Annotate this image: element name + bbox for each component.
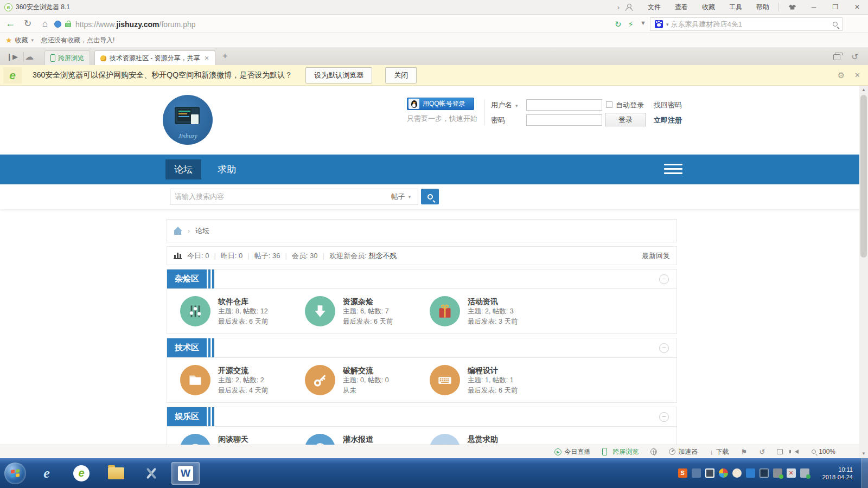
forum-title[interactable]: 闲谈聊天 <box>218 434 248 444</box>
login-button[interactable]: 登录 <box>605 113 646 126</box>
forum-cell[interactable]: 灌水报道 <box>305 434 430 445</box>
gear-icon[interactable]: ⚙ <box>838 70 845 80</box>
usb-eject-tray-icon[interactable] <box>800 468 809 478</box>
password-field[interactable] <box>526 114 602 126</box>
forum-search-button[interactable] <box>421 189 439 204</box>
taskbar-word-button[interactable]: W <box>171 462 200 485</box>
sogou-tray-icon[interactable]: S <box>678 468 687 478</box>
tab-forum-active[interactable]: 技术资源社区 - 资源分享，共享 ✕ <box>94 50 215 65</box>
forum-title[interactable]: 悬赏求助 <box>468 434 498 444</box>
forum-title[interactable]: 开源交流 <box>218 365 268 375</box>
forum-title[interactable]: 软件仓库 <box>218 297 268 306</box>
section-badge[interactable]: 杂烩区 <box>167 269 207 288</box>
forum-cell[interactable]: 悬赏求助 <box>430 434 554 445</box>
network-tray-icon[interactable] <box>760 468 769 478</box>
forum-title[interactable]: 资源杂烩 <box>343 297 393 306</box>
taskbar-explorer-button[interactable] <box>102 462 130 485</box>
accelerator-button[interactable]: 加速器 <box>669 447 698 457</box>
restore-button[interactable]: ❐ <box>825 0 846 14</box>
register-link[interactable]: 立即注册 <box>654 115 682 125</box>
search-engine-dropdown-icon[interactable]: ▾ <box>666 22 669 27</box>
hamburger-menu-icon[interactable] <box>664 164 682 175</box>
lightning-icon[interactable]: ⚡ <box>628 20 634 29</box>
forum-title[interactable]: 破解交流 <box>343 365 389 375</box>
forum-title[interactable]: 活动资讯 <box>468 297 518 306</box>
forum-cell[interactable]: 开源交流 主题: 2, 帖数: 2 最后发表: 4 天前 <box>180 365 305 395</box>
skin-button[interactable] <box>781 0 803 14</box>
search-suggestion-text[interactable]: 京东家具建材跨店4免1 <box>671 20 833 29</box>
taskbar-ie-button[interactable]: e <box>33 462 61 485</box>
assistant-tray-icon[interactable] <box>732 468 742 478</box>
user-account-icon[interactable] <box>625 4 632 11</box>
set-default-browser-button[interactable]: 设为默认浏览器 <box>305 67 372 84</box>
favorites-label[interactable]: 收藏 <box>15 36 28 45</box>
address-bar[interactable]: https://www.jishuzy.com/forum.php ↻ ⚡ <box>54 17 638 31</box>
muted-speaker-tray-icon[interactable]: ✕ <box>787 468 796 478</box>
qr-tool-tray-icon[interactable] <box>705 468 714 478</box>
site-logo[interactable]: Jishuzy <box>163 95 213 145</box>
browser-search-box[interactable]: ▾ 京东家具建材跨店4免1 <box>650 17 843 31</box>
flag-report-button[interactable]: ⚑ <box>741 448 748 456</box>
menu-file[interactable]: 文件 <box>641 0 668 14</box>
taskbar-tools-button[interactable] <box>137 462 165 485</box>
notification-close-button[interactable]: 关闭 <box>385 67 417 84</box>
reopen-closed-tab-icon[interactable]: ↺ <box>851 52 858 62</box>
photo-app-tray-icon[interactable] <box>719 468 728 478</box>
nav-help[interactable]: 求助 <box>213 159 240 179</box>
thunder-tray-icon[interactable] <box>746 468 755 478</box>
show-desktop-button[interactable] <box>861 458 868 488</box>
forum-cell[interactable]: 编程设计 主题: 1, 帖数: 1 最后发表: 6 天前 <box>430 365 554 395</box>
newest-member-link[interactable]: 想念不残 <box>369 251 397 261</box>
download-button[interactable]: ↓ 下载 <box>710 447 729 457</box>
qq-login-button[interactable]: 用QQ帐号登录 <box>407 98 474 110</box>
menu-favorites[interactable]: 收藏 <box>695 0 722 14</box>
security-lock-tray-icon[interactable] <box>773 468 782 478</box>
tab-close-icon[interactable]: ✕ <box>205 55 209 62</box>
live-today-button[interactable]: ▶ 今日直播 <box>554 447 590 457</box>
notification-dismiss-icon[interactable]: ✕ <box>854 71 860 79</box>
forum-cell[interactable]: 闲谈聊天 <box>180 434 305 445</box>
favorites-caret-icon[interactable]: ▾ <box>31 37 34 43</box>
tab-cross-screen[interactable]: 跨屏浏览 <box>44 50 90 65</box>
zoom-control[interactable]: 100% <box>812 448 835 455</box>
forum-search-input[interactable] <box>170 189 385 204</box>
back-icon[interactable]: ← <box>3 18 17 29</box>
minimize-button[interactable]: ─ <box>803 0 825 14</box>
collapse-section-icon[interactable]: − <box>659 412 669 422</box>
url-text[interactable]: https://www.jishuzy.com/forum.php <box>75 20 196 29</box>
forum-cell[interactable]: 破解交流 主题: 0, 帖数: 0 从未 <box>305 365 430 395</box>
close-button[interactable]: ✕ <box>846 0 868 14</box>
collapse-menu-icon[interactable]: › <box>617 3 620 11</box>
collapse-section-icon[interactable]: − <box>659 343 669 353</box>
history-button[interactable]: ↺ <box>759 448 765 456</box>
home-icon[interactable]: ⌂ <box>38 18 52 29</box>
find-password-link[interactable]: 找回密码 <box>654 100 682 110</box>
proxy-globe-button[interactable] <box>650 448 657 455</box>
menu-help[interactable]: 帮助 <box>749 0 776 14</box>
page-scrollbar[interactable]: ▲ ▼ <box>859 86 868 458</box>
scrollbar-thumb[interactable] <box>860 95 867 258</box>
breadcrumb-forum[interactable]: 论坛 <box>195 226 209 236</box>
refresh-icon[interactable]: ↻ <box>21 18 35 29</box>
favorites-import-hint[interactable]: 您还没有收藏，点击导入! <box>41 36 114 45</box>
menu-tools[interactable]: 工具 <box>722 0 749 14</box>
forum-title[interactable]: 灌水报道 <box>343 434 373 444</box>
username-field[interactable] <box>526 99 602 111</box>
forum-title[interactable]: 编程设计 <box>468 365 518 375</box>
latest-reply-link[interactable]: 最新回复 <box>642 251 670 261</box>
window-mode-button[interactable] <box>777 449 783 454</box>
username-type-caret-icon[interactable]: ▾ <box>515 103 518 108</box>
tab-list-icon[interactable]: ❙▶ <box>7 53 18 61</box>
nav-forum[interactable]: 论坛 <box>165 159 201 179</box>
search-scope-select[interactable]: 帖子 ▾ <box>384 189 418 204</box>
menu-view[interactable]: 查看 <box>668 0 695 14</box>
restore-tabs-icon[interactable] <box>833 54 840 60</box>
collapse-section-icon[interactable]: − <box>659 274 669 284</box>
taskbar-360browser-button[interactable]: e <box>67 462 95 485</box>
section-badge[interactable]: 娱乐区 <box>167 407 207 426</box>
forum-cell[interactable]: 软件仓库 主题: 8, 帖数: 12 最后发表: 6 天前 <box>180 296 305 326</box>
cross-screen-button[interactable]: 跨屏浏览 <box>602 447 639 457</box>
auto-login-checkbox[interactable] <box>606 101 612 108</box>
search-magnifier-icon[interactable] <box>833 22 838 27</box>
speed-refresh-icon[interactable]: ↻ <box>615 20 622 29</box>
